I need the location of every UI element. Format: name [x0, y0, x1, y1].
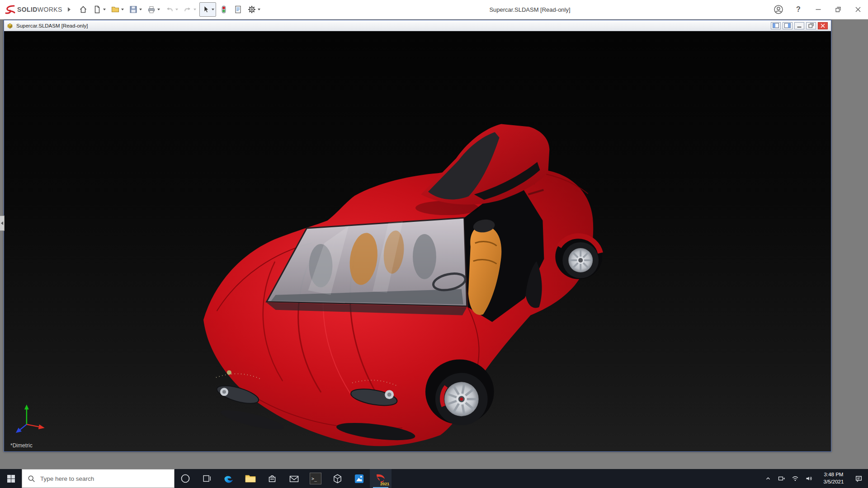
home-button[interactable] — [77, 2, 90, 17]
options-gear-icon — [247, 5, 256, 14]
undo-dropdown-icon[interactable] — [175, 9, 178, 10]
redo-icon — [183, 5, 192, 14]
toolbar-expand-icon[interactable] — [68, 7, 71, 12]
app-title: Supercar.SLDASM [Read-only] — [489, 0, 570, 19]
windshield[interactable] — [267, 218, 467, 306]
action-center-button[interactable] — [852, 469, 865, 488]
speaker-icon — [805, 475, 812, 482]
doc-minimize-button[interactable] — [794, 22, 804, 29]
close-icon — [855, 7, 861, 12]
quick-access-toolbar — [77, 2, 262, 17]
redo-dropdown-icon[interactable] — [193, 9, 196, 10]
open-file-icon — [111, 5, 120, 14]
file-explorer-icon — [245, 474, 256, 483]
notification-icon — [855, 475, 863, 483]
previous-window-button[interactable] — [771, 22, 781, 29]
print-button[interactable] — [145, 2, 162, 17]
doc-restore-icon — [808, 23, 814, 28]
undo-icon — [165, 5, 174, 14]
mail-button[interactable] — [283, 469, 305, 488]
solidworks-logo-icon — [5, 5, 15, 14]
split-left-icon — [773, 23, 779, 28]
solidworks-year-badge: 2021 — [380, 482, 389, 486]
open-file-button[interactable] — [109, 2, 126, 17]
file-explorer-button[interactable] — [240, 469, 261, 488]
chevron-left-icon — [1, 221, 3, 225]
print-dropdown-icon[interactable] — [157, 9, 160, 10]
save-dropdown-icon[interactable] — [139, 9, 142, 10]
solidworks-logo: SOLIDWORKS — [5, 5, 62, 14]
document-title: Supercar.SLDASM [Read-only] — [16, 23, 88, 28]
wifi-icon — [792, 475, 799, 482]
document-window[interactable]: Supercar.SLDASM [Read-only] — [4, 20, 831, 452]
hidden-icons-button[interactable] — [761, 469, 775, 488]
solidworks-taskbar-button[interactable]: 2021 — [370, 469, 392, 488]
save-button[interactable] — [127, 2, 144, 17]
account-icon — [774, 5, 783, 14]
photos-app-icon — [354, 474, 364, 484]
app-background: Supercar.SLDASM [Read-only] — [0, 19, 868, 469]
help-button[interactable]: ? — [788, 0, 808, 19]
clock-time: 3:48 PM — [824, 471, 844, 479]
maximize-button[interactable] — [828, 0, 848, 19]
cortana-button[interactable] — [175, 469, 196, 488]
system-tray: 3:48 PM 3/5/2021 — [761, 469, 868, 488]
select-dropdown-icon[interactable] — [212, 9, 214, 10]
rear-wheel[interactable] — [555, 234, 602, 279]
task-view-button[interactable] — [196, 469, 218, 488]
cube-app-icon — [332, 474, 343, 484]
terminal-button[interactable]: >_ — [305, 469, 326, 488]
file-properties-button[interactable] — [231, 2, 244, 17]
terminal-icon: >_ — [310, 473, 321, 484]
restore-icon — [835, 7, 841, 12]
edge-button[interactable] — [218, 469, 240, 488]
cube-app-button[interactable] — [326, 469, 348, 488]
brand-text: SOLIDWORKS — [17, 6, 62, 13]
orientation-triad[interactable] — [16, 404, 45, 433]
select-tool-button[interactable] — [199, 2, 216, 17]
photos-app-button[interactable] — [348, 469, 370, 488]
new-file-button[interactable] — [91, 2, 108, 17]
split-right-icon — [784, 23, 791, 28]
store-button[interactable] — [261, 469, 283, 488]
doc-restore-button[interactable] — [806, 22, 816, 29]
redo-button[interactable] — [181, 2, 198, 17]
start-button[interactable] — [0, 469, 22, 488]
document-window-controls — [771, 22, 829, 29]
close-button[interactable] — [848, 0, 868, 19]
network-button[interactable] — [788, 469, 802, 488]
options-dropdown-icon[interactable] — [258, 9, 260, 10]
rebuild-icon — [219, 5, 228, 14]
next-window-button[interactable] — [783, 22, 793, 29]
new-file-icon — [93, 5, 102, 14]
taskbar: >_ 2021 — [0, 469, 868, 488]
document-titlebar[interactable]: Supercar.SLDASM [Read-only] — [4, 20, 831, 31]
search-input[interactable] — [39, 475, 174, 483]
cortana-icon — [180, 474, 190, 483]
options-button[interactable] — [245, 2, 262, 17]
chevron-up-icon — [765, 475, 771, 482]
volume-button[interactable] — [802, 469, 816, 488]
undo-button[interactable] — [163, 2, 180, 17]
new-file-dropdown-icon[interactable] — [103, 9, 106, 10]
assembly-file-icon — [7, 23, 14, 29]
account-button[interactable] — [769, 0, 788, 19]
doc-close-icon — [821, 23, 825, 28]
view-orientation-label: *Dimetric — [10, 442, 33, 449]
graphics-viewport[interactable]: *Dimetric — [4, 31, 831, 451]
meet-now-button[interactable] — [775, 469, 788, 488]
store-icon — [267, 474, 277, 483]
app-titlebar: SOLIDWORKS — [0, 0, 868, 19]
mail-icon — [289, 474, 299, 483]
search-icon — [28, 475, 35, 483]
car-model[interactable] — [203, 124, 602, 446]
taskbar-clock[interactable]: 3:48 PM 3/5/2021 — [816, 469, 852, 488]
task-view-icon — [202, 474, 212, 483]
taskbar-search[interactable] — [22, 469, 175, 488]
minimize-button[interactable] — [808, 0, 828, 19]
doc-close-button[interactable] — [818, 22, 828, 29]
collapsed-pane-tab[interactable] — [0, 216, 5, 231]
viewport-canvas[interactable] — [4, 31, 831, 451]
open-file-dropdown-icon[interactable] — [121, 9, 124, 10]
rebuild-button[interactable] — [217, 2, 230, 17]
